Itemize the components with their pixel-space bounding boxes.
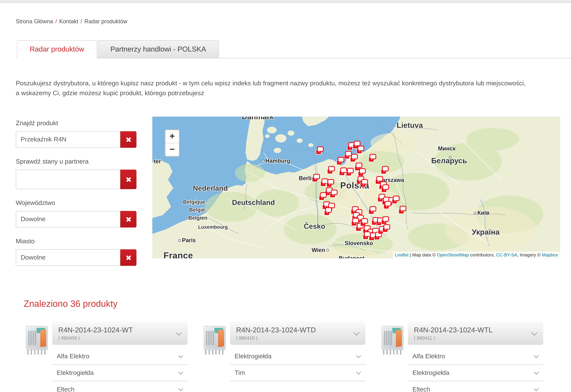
zoom-in-button[interactable]: +: [165, 130, 179, 143]
clear-filter-button[interactable]: [120, 249, 136, 266]
filter-input-0[interactable]: [16, 131, 120, 148]
openstreetmap-link[interactable]: OpenStreetMap: [437, 252, 469, 258]
distributor-marker-icon[interactable]: [345, 168, 354, 177]
distributor-row[interactable]: Alfa Elektro: [408, 348, 543, 365]
breadcrumb-home-link[interactable]: Strona Główna: [16, 18, 53, 24]
intro-text: Poszukujesz dystrybutora, u którego kupi…: [16, 79, 530, 98]
chevron-down-icon: [354, 330, 359, 335]
distributor-marker-icon[interactable]: [381, 184, 389, 193]
breadcrumb: Strona Główna/Kontakt/Radar produktów: [16, 18, 571, 24]
clear-filter-button[interactable]: [120, 131, 136, 148]
map-label-text: Nederland: [193, 184, 228, 192]
product-code: R4N-2014-23-1024-WTD: [236, 326, 316, 334]
relay-pins-part: [383, 350, 402, 355]
map-label-11: Belgien: [188, 215, 207, 221]
tab-partnerzy-handlowi[interactable]: Partnerzy handlowi - POLSKA: [98, 40, 219, 58]
breadcrumb-current: Radar produktów: [84, 18, 127, 24]
leaflet-map[interactable]: DanmarkLietuvaМинскБеларусьHamburgterBer…: [152, 117, 560, 258]
ccbysa-link[interactable]: CC-BY-SA: [496, 252, 517, 258]
map-label-text: Belgique ·: [183, 199, 209, 205]
relay-pins-part: [28, 350, 46, 355]
relay-core-part: [28, 331, 37, 345]
distributor-marker-icon[interactable]: [318, 192, 327, 201]
leaflet-link[interactable]: Leaflet: [395, 252, 409, 258]
chevron-down-icon: [176, 330, 182, 335]
distributor-marker-icon[interactable]: [398, 206, 406, 215]
map-label-16: Česko: [304, 222, 325, 231]
distributor-marker-icon[interactable]: [368, 206, 376, 215]
distributor-marker-icon[interactable]: [312, 174, 320, 183]
breadcrumb-separator: /: [55, 18, 57, 24]
distributor-marker-icon[interactable]: [356, 145, 364, 155]
distributor-marker-icon[interactable]: [326, 179, 334, 188]
distributor-marker-icon[interactable]: [357, 168, 366, 177]
tab-radar-produktow[interactable]: Radar produktów: [17, 40, 97, 58]
distributor-row[interactable]: Eltech: [52, 381, 188, 392]
zoom-out-button[interactable]: −: [165, 143, 179, 156]
distributor-row[interactable]: Tim: [230, 365, 365, 381]
distributor-row[interactable]: Elektrogiełda: [408, 365, 543, 381]
map-label-10: België ·: [189, 207, 208, 213]
distributor-row[interactable]: Alfa Elektro: [52, 348, 188, 365]
clear-filter-button[interactable]: [120, 211, 136, 228]
distributor-row[interactable]: Elektrogiełda: [52, 365, 188, 381]
product-main: R4N-2014-23-1024-WTL ( 860411 ) Alfa Ele…: [408, 321, 543, 392]
product-header-dropdown[interactable]: R4N-2014-23-1024-WTD ( 860410 ): [230, 321, 365, 345]
filter-input-1[interactable]: [16, 170, 120, 189]
relay-coil-part: [218, 329, 224, 347]
attribution-contributors: contributors,: [470, 252, 495, 258]
chevron-down-icon: [534, 353, 539, 358]
relay-coil-part: [396, 329, 402, 347]
product-header-dropdown[interactable]: R4N-2014-23-1024-WTL ( 860411 ): [408, 321, 543, 345]
clear-filter-button[interactable]: [120, 170, 136, 189]
distributor-marker-icon[interactable]: [327, 166, 335, 175]
chevron-down-icon: [178, 370, 183, 375]
filter-group: Znajdź produkt: [16, 120, 136, 148]
distributor-row[interactable]: Eltech: [408, 381, 543, 392]
distributor-marker-icon[interactable]: [381, 216, 389, 225]
relay-photo: [382, 326, 403, 350]
filter-row: [16, 249, 136, 266]
filter-list: Znajdź produktSprawdź stany u partneraWo…: [16, 117, 136, 276]
distributor-name: Alfa Elektro: [57, 352, 89, 360]
map-label-text: Беларусь: [431, 157, 467, 165]
distributor-marker-icon[interactable]: [368, 154, 376, 163]
map-label-text: France: [164, 250, 193, 258]
product-header-text: R4N-2014-23-1024-WTD ( 860410 ): [236, 326, 316, 340]
distributor-marker-icon[interactable]: [360, 179, 368, 188]
distributor-name: Alfa Elektro: [412, 352, 445, 360]
map-label-17: Wien: [312, 247, 330, 253]
breadcrumb-kontakt-link[interactable]: Kontakt: [59, 18, 78, 24]
city-dot-icon: [262, 160, 264, 162]
filter-label: Miasto: [16, 238, 136, 245]
distributor-row[interactable]: Elektrogiełda: [230, 348, 365, 365]
map-label-19: Budapest: [339, 255, 364, 258]
distributor-name: Elektrogiełda: [412, 369, 449, 377]
distributor-marker-icon[interactable]: [382, 224, 390, 233]
mapbox-link[interactable]: Mapbox: [542, 252, 558, 258]
distributor-marker-icon[interactable]: [391, 196, 400, 204]
clear-x-icon: [126, 255, 131, 260]
distributor-marker-icon[interactable]: [315, 146, 324, 155]
map-label-text: Deutschland: [232, 199, 275, 206]
map-label-text: Paris: [182, 237, 196, 243]
distributor-marker-icon[interactable]: [350, 154, 358, 163]
city-dot-icon: [178, 239, 181, 242]
distributor-marker-icon[interactable]: [383, 201, 391, 210]
filter-input-3[interactable]: [16, 249, 120, 266]
product-header-dropdown[interactable]: R4N-2014-23-1024-WT ( 860409 ): [52, 321, 188, 345]
distributor-marker-icon[interactable]: [329, 189, 338, 199]
map-label-4: Беларусь: [431, 157, 467, 165]
distributor-marker-icon[interactable]: [381, 166, 389, 175]
distributor-name: Elektrogiełda: [235, 352, 271, 360]
distributor-marker-icon[interactable]: [324, 207, 332, 216]
main-section: Znajdź produktSprawdź stany u partneraWo…: [0, 117, 571, 276]
map-label-20: Київ: [472, 209, 489, 216]
filter-input-2[interactable]: [16, 211, 120, 228]
distributor-marker-icon[interactable]: [336, 157, 344, 166]
distributor-name: Tim: [235, 369, 245, 377]
map-label-22: Paris: [177, 237, 196, 243]
map-label-8: Nederland: [193, 184, 228, 192]
filter-label: Województwo: [16, 199, 136, 207]
relay-pins-part: [205, 350, 224, 355]
